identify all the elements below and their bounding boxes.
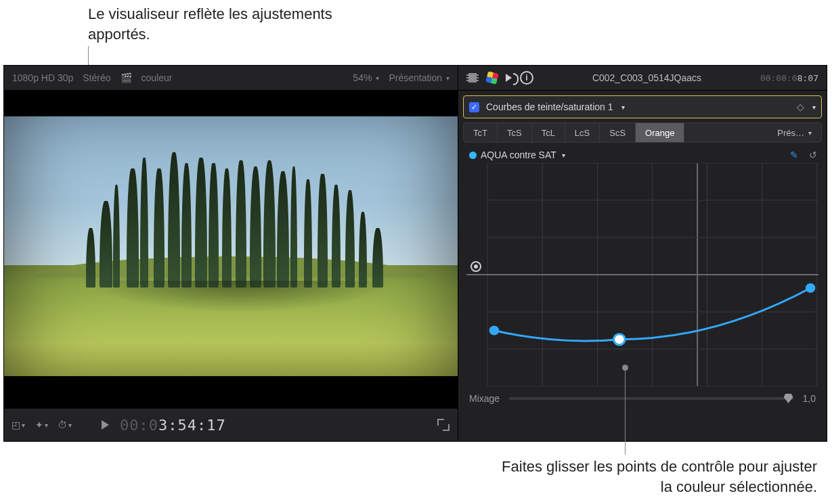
viewer-canvas[interactable] (4, 91, 458, 408)
baseline-indicator-icon (470, 261, 481, 272)
timecode-display[interactable]: 00:03:54:17 (120, 417, 226, 434)
chevron-down-icon: ▾ (376, 74, 379, 82)
transform-menu-icon[interactable]: ✦▾ (35, 419, 47, 431)
timecode-value: 3:54:17 (158, 417, 226, 434)
preset-menu[interactable]: Prés…▾ (684, 123, 821, 142)
color-inspector-icon[interactable] (485, 71, 499, 85)
curve-tab-tct[interactable]: TcT (464, 123, 498, 142)
format-label: 1080p HD 30p (12, 72, 73, 83)
eyedropper-icon[interactable]: ✎ (790, 150, 798, 160)
mix-slider[interactable] (509, 397, 793, 400)
project-title: couleur (141, 72, 173, 83)
curve-title[interactable]: AQUA contre SAT (481, 150, 556, 160)
zoom-value: 54% (353, 72, 372, 83)
mix-value: 1,0 (803, 393, 816, 404)
callout-controls: Faites glisser les points de contrôle po… (499, 457, 817, 497)
keyframe-icon[interactable]: ◇ (797, 101, 804, 112)
aqua-swatch-icon (469, 152, 477, 159)
callout-leader-bottom (625, 368, 626, 455)
curve-grid (466, 163, 818, 386)
crop-menu-icon[interactable]: ◰▾ (12, 419, 24, 431)
callout-viewer: Le visualiseur reflète les ajustements a… (88, 4, 345, 45)
curve-editor[interactable] (466, 163, 818, 386)
viewer-pane: 1080p HD 30p Stéréo 🎬 couleur 54%▾ Prése… (4, 66, 458, 441)
control-point[interactable] (614, 334, 626, 345)
inspector-pane: i C002_C003_0514JQaacs 00:00:08:07 ✓ Cou… (458, 66, 827, 441)
chevron-down-icon: ▾ (446, 74, 450, 82)
preset-label: Prés… (777, 128, 804, 138)
retime-menu-icon[interactable]: ⏱▾ (58, 419, 70, 431)
curve-tab-orange[interactable]: Orange (636, 123, 684, 142)
curve-tab-tcl[interactable]: TcL (532, 123, 565, 142)
mix-row: Mixage 1,0 (458, 386, 827, 404)
video-inspector-icon[interactable] (466, 73, 479, 83)
correction-enable-checkbox[interactable]: ✓ (469, 102, 479, 112)
inspector-timecode: 00:00:08:07 (760, 73, 818, 83)
curve-tab-lcs[interactable]: LcS (565, 123, 600, 142)
curve-tab-tcs[interactable]: TcS (498, 123, 532, 142)
control-point[interactable] (489, 326, 500, 336)
audio-label: Stéréo (83, 72, 110, 83)
audio-inspector-icon[interactable] (506, 74, 512, 82)
transport-bar: ◰▾ ✦▾ ⏱▾ 00:03:54:17 (4, 408, 458, 441)
fullscreen-icon[interactable] (437, 419, 450, 431)
clapper-icon: 🎬 (121, 72, 132, 83)
curve-tabs: TcTTcSTcLLcSScSOrangePrés…▾ (463, 122, 822, 143)
app-window: 1080p HD 30p Stéréo 🎬 couleur 54%▾ Prése… (3, 65, 827, 442)
view-menu[interactable]: Présentation▾ (389, 72, 450, 83)
preview-image (4, 91, 458, 408)
mix-label: Mixage (469, 393, 500, 404)
mix-slider-thumb[interactable] (784, 394, 793, 403)
timecode-dim: 00:0 (120, 417, 158, 434)
chevron-down-icon: ▾ (621, 104, 625, 111)
zoom-menu[interactable]: 54%▾ (353, 72, 379, 83)
correction-name: Courbes de teinte/saturation 1 (486, 101, 613, 112)
correction-selector[interactable]: ✓ Courbes de teinte/saturation 1 ▾ ◇ ▾ (463, 95, 822, 118)
chevron-down-icon[interactable]: ▾ (562, 152, 565, 159)
inspector-header: i C002_C003_0514JQaacs 00:00:08:07 (458, 66, 827, 91)
curve-tab-scs[interactable]: ScS (600, 123, 636, 142)
view-menu-label: Présentation (389, 72, 442, 83)
reset-curve-icon[interactable]: ↺ (809, 150, 817, 160)
clip-name: C002_C003_0514JQaacs (542, 72, 752, 83)
curve-header: AQUA contre SAT ▾ ✎ ↺ (458, 143, 827, 163)
chevron-down-icon: ▾ (808, 129, 812, 137)
viewer-toolbar: 1080p HD 30p Stéréo 🎬 couleur 54%▾ Prése… (4, 66, 458, 91)
control-point[interactable] (806, 283, 816, 293)
chevron-down-icon[interactable]: ▾ (812, 104, 816, 111)
info-inspector-icon[interactable]: i (520, 71, 533, 85)
play-button[interactable] (102, 420, 109, 430)
